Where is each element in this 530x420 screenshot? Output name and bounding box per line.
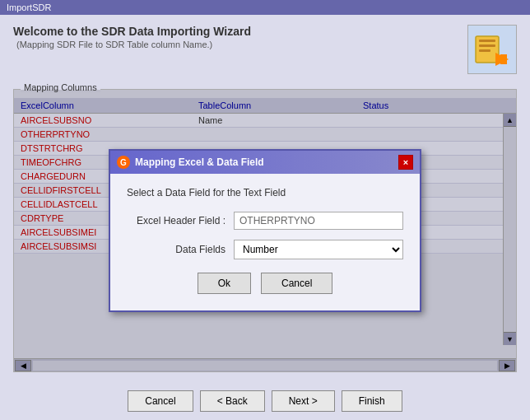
wizard-icon bbox=[467, 25, 517, 74]
svg-rect-1 bbox=[479, 40, 495, 42]
footer-buttons: Cancel < Back Next > Finish bbox=[0, 382, 530, 420]
data-fields-select[interactable]: NumberTextDateTimeDateTime bbox=[234, 240, 403, 259]
excel-header-label: Excel Header Field : bbox=[127, 215, 225, 226]
excel-header-input[interactable] bbox=[234, 212, 403, 230]
wizard-subtitle: (Mapping SDR File to SDR Table column Na… bbox=[16, 40, 212, 49]
modal-instruction: Select a Data Field for the Text Field bbox=[127, 187, 403, 198]
window-title: ImportSDR bbox=[7, 2, 51, 12]
svg-rect-5 bbox=[500, 54, 507, 64]
modal-cancel-button[interactable]: Cancel bbox=[261, 273, 332, 294]
data-fields-label: Data Fields bbox=[127, 244, 225, 255]
wizard-title: Welcome to the SDR Data Importing Wizard bbox=[13, 25, 251, 38]
modal-close-button[interactable]: × bbox=[398, 155, 413, 170]
mapping-modal: G Mapping Excel & Data Field × Select a … bbox=[109, 149, 421, 312]
next-button[interactable]: Next > bbox=[272, 390, 335, 412]
modal-ok-button[interactable]: Ok bbox=[198, 273, 251, 294]
svg-rect-2 bbox=[479, 44, 495, 47]
finish-button[interactable]: Finish bbox=[342, 390, 402, 412]
modal-title: Mapping Excel & Data Field bbox=[135, 156, 264, 168]
svg-rect-3 bbox=[479, 49, 490, 52]
modal-overlay: G Mapping Excel & Data Field × Select a … bbox=[14, 90, 516, 371]
back-button[interactable]: < Back bbox=[200, 390, 265, 412]
modal-app-icon: G bbox=[117, 156, 130, 169]
cancel-button[interactable]: Cancel bbox=[128, 390, 193, 412]
